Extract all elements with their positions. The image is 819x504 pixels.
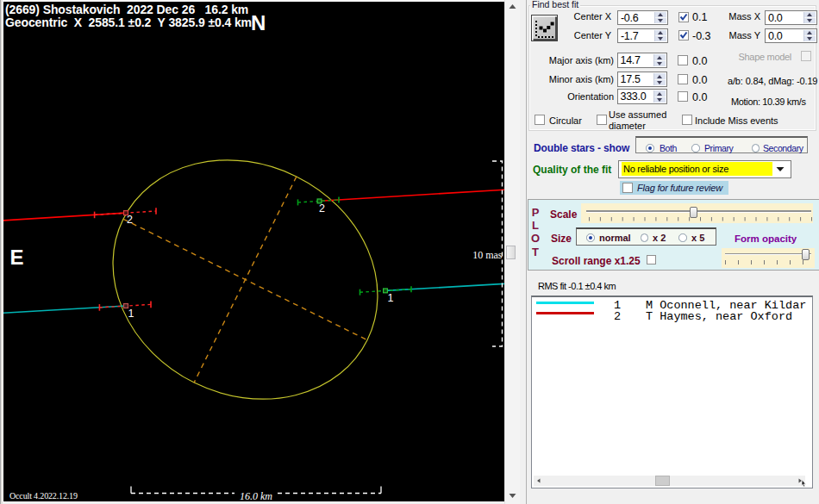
svg-text:1: 1 <box>388 292 394 304</box>
svg-text:Occult 4.2022.12.19: Occult 4.2022.12.19 <box>9 491 78 501</box>
svg-text:10 mas: 10 mas <box>472 249 503 261</box>
svg-text:16.0 km: 16.0 km <box>240 490 272 501</box>
svg-text:2: 2 <box>319 202 325 215</box>
svg-text:2: 2 <box>127 214 133 226</box>
svg-text:1: 1 <box>128 308 134 320</box>
